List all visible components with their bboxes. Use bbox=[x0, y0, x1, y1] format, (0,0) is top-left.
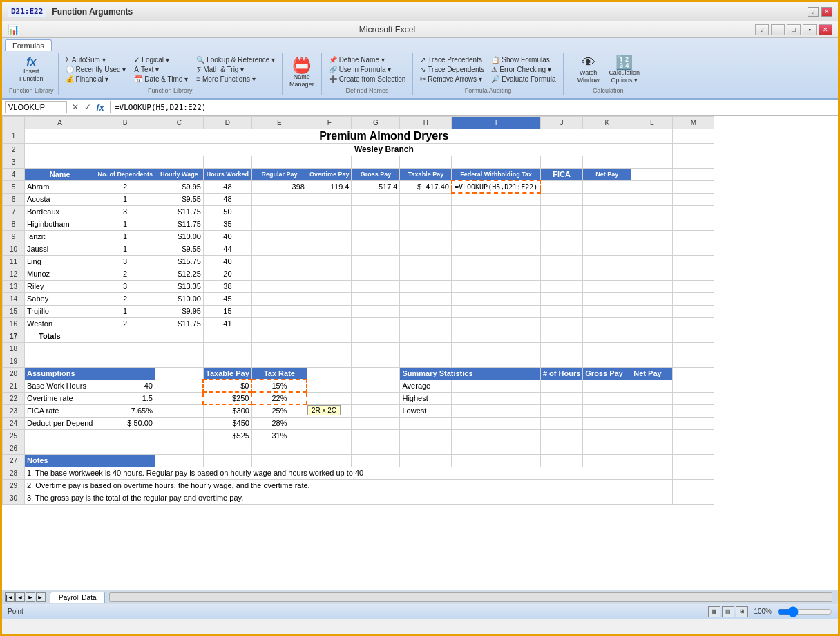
math-trig-button[interactable]: ∑ Math & Trig ▾ bbox=[193, 65, 278, 74]
text-button[interactable]: A Text ▾ bbox=[131, 65, 191, 74]
table-row: 21 Base Work Hours 40 $0 15% Average bbox=[3, 380, 714, 392]
maximize-button[interactable]: ▪ bbox=[803, 24, 817, 35]
zoom-level: 100% bbox=[754, 608, 772, 615]
trace-dependents-button[interactable]: ↘ Trace Dependents bbox=[417, 65, 487, 74]
calculation-options-button[interactable]: 🔢 CalculationOptions ▾ bbox=[605, 54, 643, 86]
use-in-formula-button[interactable]: 🔗 Use in Formula ▾ bbox=[326, 65, 409, 74]
define-icon: 📌 bbox=[329, 56, 337, 64]
col-header-g[interactable]: G bbox=[352, 116, 400, 129]
confirm-icon[interactable]: ✓ bbox=[82, 102, 93, 113]
group-label-formula-auditing: Formula Auditing bbox=[465, 87, 512, 94]
table-row: 16 Weston 2 $11.75 41 bbox=[3, 317, 714, 330]
ribbon-tabs: Formulas bbox=[5, 39, 835, 51]
table-row: 4 Name No. of Dependents Hourly Wage Hou… bbox=[3, 168, 714, 180]
more-functions-button[interactable]: ≡ More Functions ▾ bbox=[193, 75, 278, 84]
page-break-icon[interactable]: ⊞ bbox=[736, 606, 748, 617]
formula-bar: ✕ ✓ fx bbox=[2, 100, 838, 116]
calc-icon: 🔢 bbox=[615, 55, 633, 69]
name-manager-button[interactable]: 📛 NameManager bbox=[287, 57, 317, 90]
col-header-b[interactable]: B bbox=[95, 116, 155, 129]
define-name-button[interactable]: 📌 Define Name ▾ bbox=[326, 55, 409, 64]
employee-name[interactable]: Abram bbox=[25, 180, 95, 193]
cancel-icon[interactable]: ✕ bbox=[70, 102, 81, 113]
help-button[interactable]: ? bbox=[755, 24, 769, 35]
ribbon-group-formula-auditing: ↗ Trace Precedents ↘ Trace Dependents ✂ … bbox=[413, 53, 563, 95]
fx-formula-icon[interactable]: fx bbox=[95, 102, 106, 113]
sheet-nav-next[interactable]: ► bbox=[26, 592, 35, 602]
col-header-j[interactable]: J bbox=[540, 116, 582, 129]
table-row: 7 Bordeaux 3 $11.75 50 bbox=[3, 205, 714, 218]
tab-formulas[interactable]: Formulas bbox=[5, 39, 52, 51]
insert-function-button[interactable]: fx InsertFunction bbox=[17, 55, 46, 84]
col-header-m[interactable]: M bbox=[673, 116, 714, 129]
table-row: 25 $525 31% bbox=[3, 429, 714, 442]
page-layout-icon[interactable]: ▤ bbox=[722, 606, 734, 617]
sheet-tabs: |◄ ◄ ► ►| Payroll Data bbox=[2, 590, 838, 604]
assumptions-header: Assumptions bbox=[25, 367, 155, 380]
table-row: 2 Wesley Branch bbox=[3, 143, 714, 156]
create-from-selection-button[interactable]: ➕ Create from Selection bbox=[326, 75, 409, 84]
name-box[interactable] bbox=[5, 101, 67, 113]
date-time-button[interactable]: 📅 Date & Time ▾ bbox=[131, 75, 191, 84]
close-excel-button[interactable]: ✕ bbox=[819, 24, 832, 35]
col-header-e[interactable]: E bbox=[251, 116, 307, 129]
sheet-nav-last[interactable]: ►| bbox=[36, 592, 46, 602]
autosum-button[interactable]: Σ AutoSum ▾ bbox=[63, 55, 129, 64]
formula-cell-i5[interactable]: =VLOOKUP(H5,D21:E22) bbox=[452, 180, 540, 193]
col-header-h[interactable]: H bbox=[400, 116, 452, 129]
col-header-a[interactable]: A bbox=[25, 116, 95, 129]
show-formulas-button[interactable]: 📋 Show Formulas bbox=[488, 55, 558, 64]
col-header-l[interactable]: L bbox=[631, 116, 673, 129]
sheet-grid[interactable]: A B C D E F G H I J K L M 1 bbox=[2, 116, 838, 590]
watch-icon: 👁 bbox=[582, 55, 595, 69]
trace-precedents-button[interactable]: ↗ Trace Precedents bbox=[417, 55, 487, 64]
watch-window-button[interactable]: 👁 WatchWindow bbox=[573, 54, 604, 86]
status-bar: Point ▦ ▤ ⊞ 100% bbox=[2, 604, 838, 619]
error-icon: ⚠ bbox=[491, 66, 497, 73]
financial-button[interactable]: 💰 Financial ▾ bbox=[63, 75, 129, 84]
view-icons: ▦ ▤ ⊞ bbox=[708, 606, 748, 617]
restore-button[interactable]: □ bbox=[787, 24, 801, 35]
lookup-reference-button[interactable]: 🔍 Lookup & Reference ▾ bbox=[193, 55, 278, 64]
table-row: 14 Sabey 2 $10.00 45 bbox=[3, 292, 714, 305]
logical-button[interactable]: ✓ Logical ▾ bbox=[131, 55, 191, 64]
horizontal-scrollbar[interactable] bbox=[109, 592, 832, 602]
normal-view-icon[interactable]: ▦ bbox=[708, 606, 720, 617]
col-header-c[interactable]: C bbox=[155, 116, 203, 129]
col-header-k[interactable]: K bbox=[583, 116, 631, 129]
dialog-help-button[interactable]: ? bbox=[808, 7, 819, 17]
table-row: 28 1. The base workweek is 40 hours. Reg… bbox=[3, 467, 714, 479]
zoom-slider[interactable] bbox=[777, 606, 832, 617]
group-label-insert-function: Function Library bbox=[9, 87, 54, 94]
formula-bar-icons: ✕ ✓ fx bbox=[70, 102, 106, 113]
col-header-i[interactable]: I bbox=[452, 116, 540, 129]
note-3: 3. The gross pay is the total of the reg… bbox=[25, 492, 673, 504]
spreadsheet-subtitle[interactable]: Wesley Branch bbox=[95, 143, 673, 156]
spreadsheet-table: A B C D E F G H I J K L M 1 bbox=[2, 116, 714, 505]
dialog-name-box[interactable]: D21:E22 bbox=[8, 6, 46, 17]
spreadsheet-title[interactable]: Premium Almond Dryers bbox=[95, 129, 673, 143]
error-checking-button[interactable]: ⚠ Error Checking ▾ bbox=[488, 65, 558, 74]
trace-dep-icon: ↘ bbox=[420, 66, 426, 73]
math-icon: ∑ bbox=[196, 66, 201, 73]
col-header-d[interactable]: D bbox=[203, 116, 251, 129]
ribbon-group-defined-names: 📌 Define Name ▾ 🔗 Use in Formula ▾ ➕ Cre… bbox=[322, 53, 414, 95]
create-icon: ➕ bbox=[329, 75, 337, 83]
logical-icon: ✓ bbox=[134, 56, 140, 64]
group-label-function-library: Function Library bbox=[148, 87, 193, 94]
minimize-button[interactable]: — bbox=[771, 24, 785, 35]
sheet-tab-payroll[interactable]: Payroll Data bbox=[50, 592, 105, 603]
financial-icon: 💰 bbox=[66, 75, 74, 83]
formula-input[interactable] bbox=[115, 103, 835, 112]
sheet-nav-first[interactable]: |◄ bbox=[5, 592, 15, 602]
remove-arrows-button[interactable]: ✂ Remove Arrows ▾ bbox=[417, 75, 487, 84]
ribbon-group-insert-function: fx InsertFunction Function Library bbox=[5, 53, 59, 95]
evaluate-formula-button[interactable]: 🔎 Evaluate Formula bbox=[488, 75, 558, 84]
recently-used-button[interactable]: 🕐 Recently Used ▾ bbox=[63, 65, 129, 74]
sheet-nav-prev[interactable]: ◄ bbox=[15, 592, 25, 602]
dialog-title-bar: D21:E22 Function Arguments ? ✕ bbox=[2, 2, 838, 21]
table-row: 9 Ianziti 1 $10.00 40 bbox=[3, 230, 714, 243]
status-right: ▦ ▤ ⊞ 100% bbox=[708, 606, 832, 617]
dialog-close-button[interactable]: ✕ bbox=[821, 7, 832, 17]
col-header-f[interactable]: F bbox=[307, 116, 352, 129]
